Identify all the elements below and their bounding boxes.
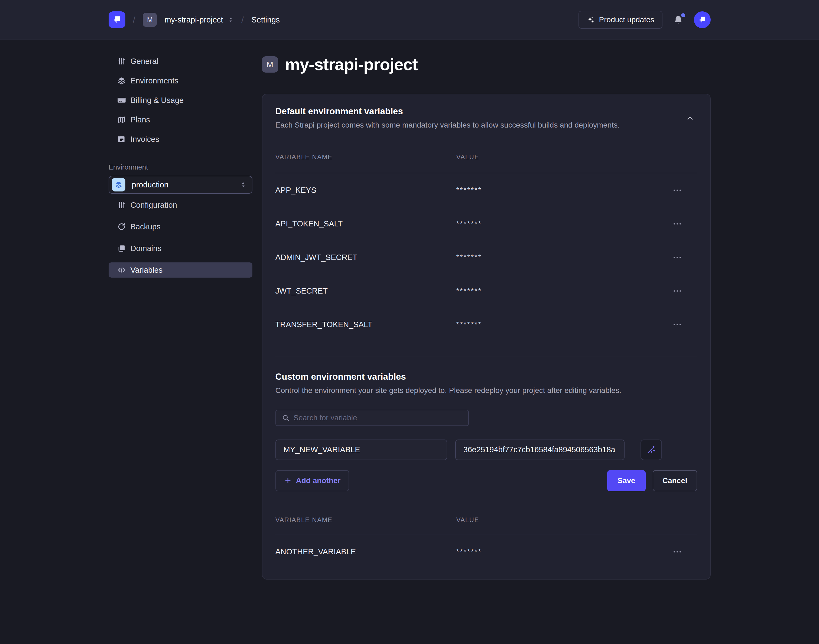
user-avatar[interactable] bbox=[694, 11, 711, 28]
page-title: my-strapi-project bbox=[285, 55, 418, 74]
default-variables-header: Default environment variables Each Strap… bbox=[275, 106, 697, 130]
sliders-icon bbox=[117, 57, 126, 66]
breadcrumb: / M my-strapi-project / Settings bbox=[109, 11, 280, 28]
table-row: ANOTHER_VARIABLE ******* bbox=[275, 535, 697, 569]
notification-dot bbox=[681, 13, 685, 17]
variable-value: ******* bbox=[456, 253, 672, 262]
sidebar-item-configuration[interactable]: Configuration bbox=[109, 198, 252, 213]
sidebar-item-label: Plans bbox=[130, 115, 150, 124]
custom-variables-header: Custom environment variables Control the… bbox=[275, 371, 697, 396]
collapse-section-button[interactable] bbox=[683, 111, 697, 125]
project-avatar: M bbox=[262, 56, 278, 72]
environment-icon bbox=[112, 178, 126, 192]
environment-select[interactable]: production bbox=[109, 176, 252, 194]
generate-value-button[interactable] bbox=[641, 440, 662, 460]
strapi-logo[interactable] bbox=[109, 11, 126, 28]
sidebar-item-label: Billing & Usage bbox=[130, 96, 184, 105]
new-variable-form bbox=[275, 440, 697, 460]
column-header-variable-name: VARIABLE NAME bbox=[275, 516, 456, 524]
custom-variables-table-header: VARIABLE NAME VALUE bbox=[275, 516, 697, 535]
sidebar-item-environments[interactable]: Environments bbox=[109, 73, 252, 88]
custom-variables-title: Custom environment variables bbox=[275, 371, 697, 382]
add-another-button[interactable]: Add another bbox=[275, 470, 350, 491]
form-actions: Add another Save Cancel bbox=[275, 470, 697, 491]
table-row: TRANSFER_TOKEN_SALT ******* bbox=[275, 308, 697, 341]
sidebar-item-label: General bbox=[130, 57, 158, 66]
sidebar-item-domains[interactable]: Domains bbox=[109, 241, 252, 256]
variable-value: ******* bbox=[456, 186, 672, 195]
default-variables-title: Default environment variables bbox=[275, 106, 620, 117]
top-navbar: / M my-strapi-project / Settings Product… bbox=[0, 0, 819, 40]
row-actions-button[interactable] bbox=[672, 320, 682, 329]
row-actions-button[interactable] bbox=[672, 186, 682, 195]
project-avatar: M bbox=[143, 13, 157, 27]
sidebar-item-invoices[interactable]: Invoices bbox=[109, 132, 252, 147]
variable-name: API_TOKEN_SALT bbox=[275, 219, 456, 228]
variable-name: APP_KEYS bbox=[275, 186, 456, 195]
variable-name: ADMIN_JWT_SECRET bbox=[275, 253, 456, 262]
table-row: JWT_SECRET ******* bbox=[275, 274, 697, 308]
table-row: ADMIN_JWT_SECRET ******* bbox=[275, 241, 697, 274]
map-icon bbox=[117, 115, 126, 124]
sparkles-icon bbox=[587, 16, 595, 24]
default-variables-description: Each Strapi project comes with some mand… bbox=[275, 120, 620, 130]
plus-icon bbox=[284, 477, 292, 485]
variable-value: ******* bbox=[456, 320, 672, 329]
variable-name: ANOTHER_VARIABLE bbox=[275, 547, 456, 556]
search-input[interactable] bbox=[294, 414, 462, 422]
sidebar-item-label: Environments bbox=[130, 77, 178, 85]
variable-value: ******* bbox=[456, 287, 672, 295]
column-header-value: VALUE bbox=[456, 516, 697, 524]
table-row: API_TOKEN_SALT ******* bbox=[275, 207, 697, 241]
sidebar-item-backups[interactable]: Backups bbox=[109, 219, 252, 234]
row-actions-button[interactable] bbox=[672, 547, 682, 556]
sidebar-item-label: Configuration bbox=[130, 201, 177, 210]
invoice-icon bbox=[117, 135, 126, 144]
project-nav: General Environments Billing & Usage bbox=[109, 54, 252, 147]
cancel-button[interactable]: Cancel bbox=[653, 470, 697, 491]
main-content: M my-strapi-project Default environment … bbox=[262, 40, 711, 596]
sidebar-item-label: Backups bbox=[130, 222, 161, 231]
sort-arrows-icon bbox=[240, 181, 247, 188]
variables-card: Default environment variables Each Strap… bbox=[262, 94, 711, 580]
notifications-button[interactable] bbox=[672, 13, 685, 26]
breadcrumb-separator: / bbox=[241, 15, 244, 25]
variable-value: ******* bbox=[456, 220, 672, 228]
variable-name-input[interactable] bbox=[275, 440, 447, 460]
sidebar-item-label: Domains bbox=[130, 244, 161, 253]
product-updates-label: Product updates bbox=[599, 15, 654, 24]
sidebar-item-variables[interactable]: Variables bbox=[109, 262, 252, 278]
product-updates-button[interactable]: Product updates bbox=[578, 11, 663, 29]
stack-icon bbox=[117, 244, 126, 253]
custom-variables-table: ANOTHER_VARIABLE ******* bbox=[275, 535, 697, 569]
sidebar: General Environments Billing & Usage bbox=[109, 40, 252, 596]
sidebar-item-billing-usage[interactable]: Billing & Usage bbox=[109, 93, 252, 108]
custom-variables-description: Control the environment your site gets d… bbox=[275, 386, 697, 396]
row-actions-button[interactable] bbox=[672, 287, 682, 296]
layers-icon bbox=[115, 181, 123, 189]
row-actions-button[interactable] bbox=[672, 253, 682, 262]
default-variables-table-header: VARIABLE NAME VALUE bbox=[275, 153, 697, 173]
sliders-icon bbox=[117, 201, 126, 209]
layers-icon bbox=[117, 77, 126, 85]
search-icon bbox=[282, 414, 290, 422]
default-variables-table: APP_KEYS ******* API_TOKEN_SALT ******* … bbox=[275, 173, 697, 341]
row-actions-button[interactable] bbox=[672, 219, 682, 228]
sidebar-item-plans[interactable]: Plans bbox=[109, 112, 252, 127]
project-name: my-strapi-project bbox=[164, 15, 223, 25]
credit-card-icon bbox=[117, 96, 126, 104]
avatar-logo-icon bbox=[698, 15, 707, 25]
sidebar-item-label: Variables bbox=[130, 266, 163, 274]
project-switcher[interactable]: my-strapi-project bbox=[164, 15, 234, 25]
sort-arrows-icon bbox=[228, 17, 234, 23]
page-header: M my-strapi-project bbox=[262, 55, 711, 74]
add-another-label: Add another bbox=[296, 476, 341, 485]
variable-value-input[interactable] bbox=[455, 440, 624, 460]
save-button[interactable]: Save bbox=[607, 470, 646, 491]
divider bbox=[275, 356, 697, 356]
column-header-variable-name: VARIABLE NAME bbox=[275, 153, 456, 161]
breadcrumb-current-section: Settings bbox=[252, 15, 280, 25]
strapi-logo-icon bbox=[112, 15, 122, 25]
sidebar-item-general[interactable]: General bbox=[109, 54, 252, 69]
code-icon bbox=[117, 266, 126, 274]
